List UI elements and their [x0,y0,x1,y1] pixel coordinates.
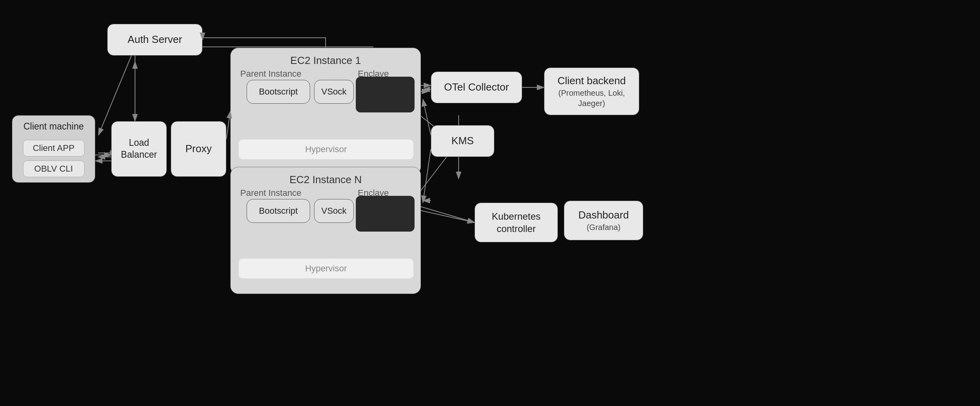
auth-server-label: Auth Server [127,33,182,46]
client-backend-label: Client backend [558,74,626,88]
hypervisor-n-label: Hypervisor [305,263,347,274]
proxy-label: Proxy [185,142,212,156]
diagram: Auth Server Client machine Client APP OB… [0,0,980,406]
ec2-instance-1-title: EC2 Instance 1 [231,54,421,67]
bootscript-1-label: Bootscript [259,86,298,98]
vsock-1-box: VSock [314,80,354,104]
client-backend-sub-label: (Prometheus, Loki,Jaeger) [558,88,626,108]
bootscript-1-box: Bootscript [247,80,310,104]
ec2-instance-n-title: EC2 Instance N [231,174,421,186]
enclave-n-box [356,196,415,232]
otel-collector-box: OTel Collector [431,72,522,103]
bootscript-n-box: Bootscript [247,199,310,223]
dashboard-label: Dashboard [578,209,629,222]
parent-instance-label-1: Parent Instance [240,69,301,79]
hypervisor-n-bar: Hypervisor [239,259,413,278]
hypervisor-1-label: Hypervisor [305,144,347,155]
client-app-box: Client APP [23,140,85,157]
auth-server-box: Auth Server [107,24,203,56]
parent-instance-label-n: Parent Instance [240,188,301,198]
proxy-box: Proxy [171,121,226,177]
dashboard-sub-label: (Grafana) [578,222,629,232]
ec2-instance-1-container: EC2 Instance 1 Parent Instance Enclave B… [230,48,421,175]
load-balancer-box: LoadBalancer [111,121,167,177]
vsock-n-box: VSock [314,199,354,223]
vsock-n-label: VSock [321,205,347,217]
client-app-label: Client APP [33,143,74,153]
kubernetes-controller-box: Kubernetescontroller [475,203,558,242]
ec2-instance-n-container: EC2 Instance N Parent Instance Enclave B… [230,167,421,294]
dashboard-box: Dashboard (Grafana) [564,201,643,240]
hypervisor-1-bar: Hypervisor [239,139,413,159]
client-machine-label: Client machine [23,121,84,133]
client-machine-box: Client machine Client APP OBLV CLI [12,115,95,183]
oblv-cli-label: OBLV CLI [34,164,73,174]
load-balancer-label: LoadBalancer [121,137,157,161]
bootscript-n-label: Bootscript [259,205,298,217]
enclave-1-box [356,77,415,112]
otel-collector-label: OTel Collector [444,81,509,94]
oblv-cli-box: OBLV CLI [23,160,85,177]
kms-label: KMS [451,134,474,148]
client-backend-box: Client backend (Prometheus, Loki,Jaeger) [544,68,639,115]
kms-box: KMS [431,125,494,157]
kubernetes-controller-label: Kubernetescontroller [492,210,541,235]
vsock-1-label: VSock [321,86,347,98]
